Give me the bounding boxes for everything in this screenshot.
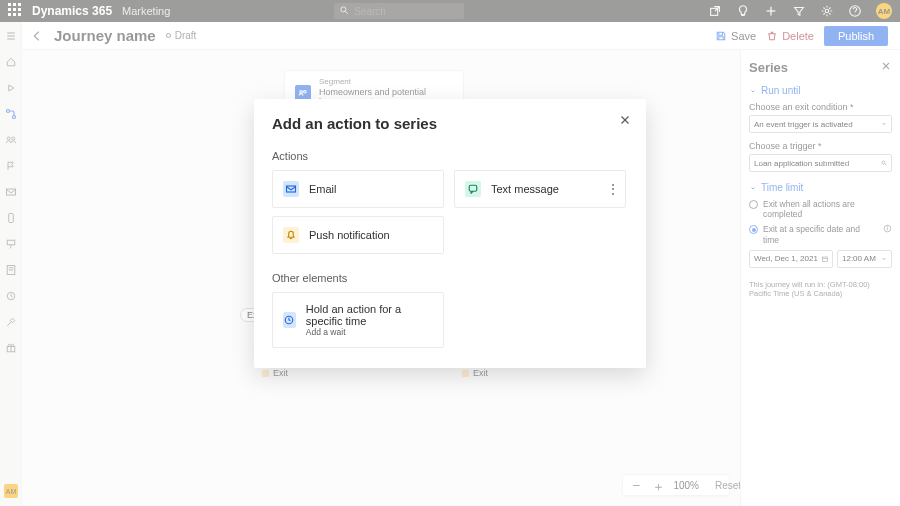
svg-rect-37 [287, 186, 296, 192]
bell-icon [283, 227, 299, 243]
sms-icon [465, 181, 481, 197]
svg-rect-38 [469, 185, 477, 191]
elements-subtitle: Other elements [272, 272, 628, 284]
kebab-icon[interactable]: ⋮ [607, 183, 619, 195]
close-modal-icon[interactable] [618, 113, 632, 127]
add-action-modal: Add an action to series Actions Email Te… [254, 99, 646, 368]
element-hold-card[interactable]: Hold an action for a specific time Add a… [272, 292, 444, 348]
actions-subtitle: Actions [272, 150, 628, 162]
action-email-card[interactable]: Email [272, 170, 444, 208]
action-push-card[interactable]: Push notification [272, 216, 444, 254]
modal-title: Add an action to series [272, 115, 628, 132]
mail-icon [283, 181, 299, 197]
modal-overlay[interactable]: Add an action to series Actions Email Te… [0, 0, 900, 506]
clock-icon [283, 312, 296, 328]
action-text-card[interactable]: Text message ⋮ [454, 170, 626, 208]
